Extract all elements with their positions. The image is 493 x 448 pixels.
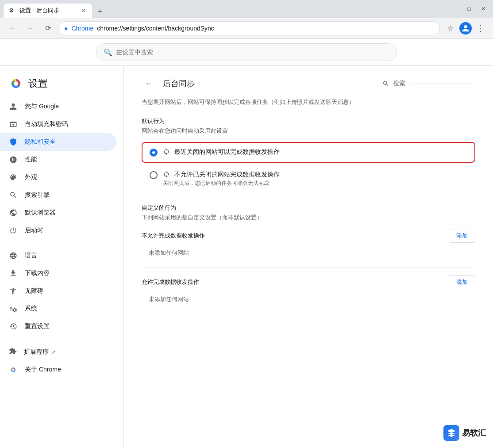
- default-behavior-title: 默认行为: [142, 117, 475, 125]
- page-title: 后台同步: [163, 78, 195, 89]
- page-search-underline: [409, 84, 475, 84]
- tab-title: 设置 - 后台同步: [19, 7, 59, 15]
- forward-button[interactable]: →: [23, 21, 37, 35]
- sidebar-label-language: 语言: [25, 252, 37, 260]
- sidebar-nav-2: 语言 下载内容 无障碍: [0, 247, 123, 335]
- radio-label-deny: 不允许已关闭的网站完成数据收发操作: [174, 171, 280, 179]
- radio-label-allow: 最近关闭的网站可以完成数据收发操作: [174, 148, 280, 156]
- radio-content-deny: 不允许已关闭的网站完成数据收发操作 关闭网页后，您已启动的任务可能会无法完成: [163, 171, 280, 187]
- sync-icon-deny: [163, 171, 171, 179]
- refresh-button[interactable]: ⟳: [41, 21, 55, 35]
- sidebar-divider-1: [0, 243, 123, 243]
- deny-add-button[interactable]: 添加: [449, 229, 475, 243]
- window-controls: — □ ✕: [449, 3, 489, 18]
- browser-tab[interactable]: ⚙ 设置 - 后台同步 ✕: [4, 4, 92, 18]
- sidebar-label-download: 下载内容: [25, 269, 50, 277]
- page-header: ← 后台同步 搜索: [142, 77, 475, 91]
- sidebar-item-about[interactable]: 关于 Chrome: [0, 361, 116, 379]
- sidebar: 设置 您与 Google 自动填充和密码: [0, 66, 124, 448]
- page-back-button[interactable]: ←: [142, 77, 156, 91]
- svg-point-2: [14, 81, 18, 86]
- sidebar-item-performance[interactable]: 性能: [0, 151, 116, 168]
- menu-button[interactable]: ⋮: [474, 21, 488, 35]
- page-description: 当您离开网站后，网站可保持同步以完成各项任务（例如上传照片或发送聊天消息）: [142, 98, 475, 107]
- custom-behavior-section: 自定义的行为 下列网站采用的是自定义设置（而非默认设置） 不允许完成数据收发操作…: [142, 204, 475, 307]
- sidebar-label-privacy: 隐私和安全: [25, 138, 56, 146]
- default-browser-icon: [9, 208, 18, 217]
- sidebar-label-default-browser: 默认浏览器: [25, 209, 56, 217]
- settings-search-input[interactable]: [116, 49, 389, 56]
- autofill-icon: [9, 120, 18, 129]
- back-button[interactable]: ←: [5, 21, 19, 35]
- sidebar-item-autofill[interactable]: 自动填充和密码: [0, 115, 116, 133]
- sidebar-item-reset[interactable]: 重置设置: [0, 318, 116, 335]
- main-area: 设置 您与 Google 自动填充和密码: [0, 66, 493, 448]
- bookmark-button[interactable]: ☆: [443, 21, 458, 35]
- deny-custom-label: 不允许完成数据收发操作: [142, 232, 205, 240]
- content-area: ← 后台同步 搜索 当您离开网站后，网站可保持同步以完成各项任务（例如上传照片或…: [124, 66, 493, 448]
- page-search-icon: [382, 80, 389, 87]
- system-icon: [9, 304, 18, 313]
- radio-content-allow: 最近关闭的网站可以完成数据收发操作: [163, 148, 280, 156]
- allow-add-button[interactable]: 添加: [449, 275, 475, 289]
- sidebar-app-title: 设置: [28, 77, 48, 90]
- address-bar[interactable]: ● Chrome chrome://settings/content/backg…: [58, 21, 440, 35]
- radio-sublabel-deny: 关闭网页后，您已启动的任务可能会无法完成: [163, 180, 280, 187]
- close-button[interactable]: ✕: [477, 3, 489, 15]
- sidebar-item-accessibility[interactable]: 无障碍: [0, 282, 116, 300]
- settings-search-icon: 🔍: [104, 48, 112, 57]
- custom-behavior-title: 自定义的行为: [142, 204, 475, 212]
- privacy-icon: [9, 138, 18, 146]
- watermark: 易软汇: [443, 425, 486, 441]
- extensions-label: 扩展程序: [24, 348, 49, 356]
- sidebar-item-default-browser[interactable]: 默认浏览器: [0, 204, 116, 222]
- sidebar-label-appearance: 外观: [25, 173, 37, 181]
- sidebar-item-download[interactable]: 下载内容: [0, 264, 116, 282]
- sidebar-label-about: 关于 Chrome: [25, 366, 61, 374]
- browser-window: ⚙ 设置 - 后台同步 ✕ + — □ ✕ ← → ⟳ ● Chrome chr…: [0, 0, 493, 448]
- security-icon: ●: [64, 25, 68, 32]
- watermark-text: 易软汇: [462, 428, 486, 438]
- default-behavior-section: 默认行为 网站会在您访问时自动采用此设置 最近关闭的网站可以完成数据收发操作: [142, 117, 475, 193]
- sidebar-item-system[interactable]: 系统: [0, 300, 116, 318]
- maximize-button[interactable]: □: [463, 3, 475, 15]
- sidebar-item-google[interactable]: 您与 Google: [0, 98, 116, 115]
- sidebar-item-startup[interactable]: 启动时: [0, 222, 116, 239]
- allow-custom-row: 允许完成数据收发操作 添加: [142, 275, 475, 289]
- default-behavior-subtitle: 网站会在您访问时自动采用此设置: [142, 127, 475, 135]
- sidebar-item-search[interactable]: 搜索引擎: [0, 186, 116, 204]
- address-brand: Chrome: [71, 25, 93, 32]
- new-tab-button[interactable]: +: [94, 5, 106, 18]
- content-inner: ← 后台同步 搜索 当您离开网站后，网站可保持同步以完成各项任务（例如上传照片或…: [124, 66, 493, 318]
- sidebar-label-startup: 启动时: [25, 226, 43, 234]
- nav-right-controls: ☆ ⋮: [443, 21, 488, 35]
- sidebar-item-appearance[interactable]: 外观: [0, 168, 116, 186]
- address-url: chrome://settings/content/backgroundSync: [97, 25, 214, 32]
- settings-search-container: 🔍: [96, 43, 397, 61]
- custom-behavior-subtitle: 下列网站采用的是自定义设置（而非默认设置）: [142, 214, 475, 222]
- allow-custom-label: 允许完成数据收发操作: [142, 278, 199, 286]
- search-engine-icon: [9, 191, 18, 199]
- deny-custom-row: 不允许完成数据收发操作 添加: [142, 229, 475, 243]
- sidebar-divider-2: [0, 339, 123, 339]
- minimize-button[interactable]: —: [449, 3, 461, 15]
- radio-option-deny[interactable]: 不允许已关闭的网站完成数据收发操作 关闭网页后，您已启动的任务可能会无法完成: [142, 165, 475, 193]
- accessibility-icon: [9, 287, 18, 295]
- sidebar-header: 设置: [0, 73, 123, 98]
- sidebar-label-google: 您与 Google: [25, 103, 59, 111]
- page-header-left: ← 后台同步: [142, 77, 195, 91]
- settings-search-area: 🔍: [0, 39, 493, 66]
- tab-close-button[interactable]: ✕: [80, 7, 87, 14]
- navigation-bar: ← → ⟳ ● Chrome chrome://settings/content…: [0, 18, 493, 39]
- sidebar-item-language[interactable]: 语言: [0, 247, 116, 264]
- sidebar-label-search: 搜索引擎: [25, 191, 50, 199]
- radio-option-allow[interactable]: 最近关闭的网站可以完成数据收发操作: [142, 142, 475, 163]
- startup-icon: [9, 226, 18, 235]
- appearance-icon: [9, 173, 18, 182]
- sync-icon-allow: [163, 148, 171, 156]
- sidebar-item-privacy[interactable]: 隐私和安全: [0, 133, 116, 151]
- sidebar-item-extensions[interactable]: 扩展程序 ↗: [0, 343, 123, 361]
- profile-button[interactable]: [459, 22, 472, 34]
- sidebar-nav: 您与 Google 自动填充和密码 隐私和安全: [0, 98, 123, 239]
- google-icon: [9, 102, 18, 111]
